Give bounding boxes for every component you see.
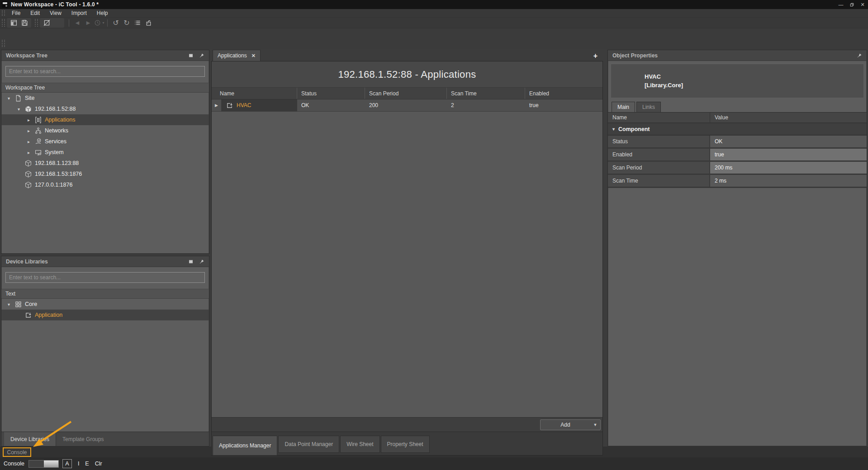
column-header-scan-time[interactable]: Scan Time	[447, 88, 525, 99]
cell-status: OK	[297, 99, 365, 111]
property-value[interactable]: 2 ms	[710, 175, 867, 187]
statusbar-button-i[interactable]: I	[78, 461, 79, 467]
pin-icon[interactable]	[199, 259, 204, 264]
column-header-status[interactable]: Status	[297, 88, 365, 99]
menu-import[interactable]: Import	[66, 9, 92, 17]
menu-edit[interactable]: Edit	[25, 9, 45, 17]
minimize-panel-icon[interactable]	[188, 259, 194, 264]
console-dock-button[interactable]: Console	[3, 447, 31, 457]
history-clock-icon[interactable]: ▾	[94, 19, 104, 28]
tree-item-127-0-0-1-1876[interactable]: 127.0.0.1:1876	[1, 179, 209, 190]
object-name: HVAC	[645, 72, 683, 81]
toolbar-grip[interactable]	[2, 40, 5, 47]
tree-item-site[interactable]: ▾Site	[1, 93, 209, 103]
pin-icon[interactable]	[199, 53, 204, 58]
tab-wire-sheet[interactable]: Wire Sheet	[340, 436, 379, 453]
tree-item-label: System	[45, 149, 64, 155]
menu-view[interactable]: View	[45, 9, 66, 17]
table-row-hvac[interactable]: ▶HVACOK2002true	[212, 99, 602, 112]
tree-item-label: Services	[45, 138, 66, 145]
dock-tab-device-libraries[interactable]: Device Libraries	[4, 432, 56, 446]
tree-item-192-168-1-53-1876[interactable]: 192.168.1.53:1876	[1, 169, 209, 179]
property-row-enabled[interactable]: Enabledtrue	[608, 149, 867, 162]
cell-name[interactable]: HVAC	[222, 99, 297, 111]
expander-closed-icon[interactable]: ▸	[26, 139, 32, 144]
statusbar-button-a[interactable]: A	[62, 459, 72, 468]
properties-tab-main[interactable]: Main	[612, 102, 635, 112]
property-row-status[interactable]: StatusOK	[608, 136, 867, 149]
column-header-scan-period[interactable]: Scan Period	[365, 88, 447, 99]
add-button[interactable]: Add ▼	[540, 419, 601, 430]
back-icon[interactable]: ◀	[72, 19, 83, 28]
window-title: New Workspace - iC Tool - 1.6.0 *	[11, 1, 99, 8]
tree-item-192-168-1-123-88[interactable]: 192.168.1.123:88	[1, 158, 209, 169]
add-dropdown-icon[interactable]: ▼	[590, 423, 600, 427]
expander-closed-icon[interactable]: ▸	[26, 150, 32, 155]
expander-closed-icon[interactable]: ▸	[26, 128, 32, 133]
toolbar-grip[interactable]	[2, 19, 5, 26]
dock-tab-template-groups[interactable]: Template Groups	[56, 432, 110, 446]
menu-help[interactable]: Help	[92, 9, 113, 17]
tree-item-core[interactable]: ▾Core	[1, 299, 209, 310]
application-icon	[226, 102, 233, 109]
tab-property-sheet[interactable]: Property Sheet	[381, 436, 430, 453]
workspace-tree-section-label: Workspace Tree	[1, 83, 209, 93]
object-properties-title: Object Properties	[612, 52, 658, 59]
libraries-search-input[interactable]	[5, 272, 205, 283]
property-row-scan-time[interactable]: Scan Time2 ms	[608, 175, 867, 188]
tree-item-label: Core	[25, 301, 37, 307]
tree-item-networks[interactable]: ▸Networks	[1, 125, 209, 136]
new-tab-button[interactable]: +	[593, 52, 598, 60]
tree-item-services[interactable]: ▸Services	[1, 136, 209, 147]
tab-applications[interactable]: Applications ✕	[213, 50, 261, 61]
workspace-search-input[interactable]	[5, 66, 205, 77]
wire-sheet-icon[interactable]	[41, 19, 52, 28]
view-title: 192.168.1.52:88 - Applications	[212, 61, 602, 88]
close-tab-icon[interactable]: ✕	[251, 53, 256, 59]
redo-icon[interactable]: ↻	[121, 19, 132, 28]
expander-closed-icon[interactable]: ▸	[26, 118, 32, 122]
undo-icon[interactable]: ↺	[110, 19, 121, 28]
property-name: Scan Period	[608, 162, 710, 174]
component-group-row[interactable]: ▾ Component	[608, 123, 867, 136]
property-row-scan-period[interactable]: Scan Period200 ms	[608, 162, 867, 175]
remote-device-icon[interactable]	[143, 19, 154, 28]
workspace-layout-icon[interactable]	[8, 19, 19, 28]
device-libraries-panel-title: Device Libraries	[6, 258, 48, 265]
tab-data-point-manager[interactable]: Data Point Manager	[278, 436, 339, 453]
device-cube-filled-icon	[24, 105, 32, 113]
forward-icon[interactable]: ▶	[83, 19, 94, 28]
minimize-panel-icon[interactable]	[188, 53, 194, 58]
property-value[interactable]: OK	[710, 136, 867, 147]
tab-applications-manager[interactable]: Applications Manager	[213, 436, 277, 456]
expander-open-icon[interactable]: ▾	[16, 107, 22, 112]
expander-open-icon[interactable]: ▾	[612, 127, 615, 132]
toolbar-grip[interactable]	[2, 10, 5, 16]
expander-open-icon[interactable]: ▾	[6, 302, 12, 307]
column-header-enabled[interactable]: Enabled	[525, 88, 602, 99]
statusbar-button-clr[interactable]: Clr	[95, 461, 102, 467]
device-cube-outline-icon	[24, 160, 32, 167]
row-expander-icon[interactable]: ▶	[212, 99, 222, 111]
tree-item-application[interactable]: Application	[1, 310, 209, 320]
statusbar-button-e[interactable]: E	[85, 461, 89, 467]
application-icon	[617, 70, 637, 91]
save-icon[interactable]	[19, 19, 30, 28]
properties-tab-links[interactable]: Links	[636, 102, 661, 112]
application-icon	[24, 311, 32, 319]
pin-icon[interactable]	[857, 53, 862, 58]
column-header-name[interactable]: Name	[212, 88, 297, 99]
toolbar-grip[interactable]	[35, 19, 38, 26]
expander-open-icon[interactable]: ▾	[6, 96, 12, 101]
tree-item-applications[interactable]: ▸Applications	[1, 114, 209, 125]
property-value[interactable]: 200 ms	[710, 162, 867, 174]
restore-window-icon[interactable]	[846, 0, 857, 9]
tree-item-system[interactable]: ▸System	[1, 147, 209, 158]
minimize-window-icon[interactable]: —	[835, 0, 846, 9]
tree-item-192-168-1-52-88[interactable]: ▾192.168.1.52:88	[1, 103, 209, 114]
list-icon[interactable]	[132, 19, 143, 28]
menu-file[interactable]: File	[7, 9, 25, 17]
menu-bar: FileEditViewImportHelp	[0, 9, 868, 18]
close-window-icon[interactable]: ✕	[857, 0, 868, 9]
property-value[interactable]: true	[710, 149, 867, 160]
